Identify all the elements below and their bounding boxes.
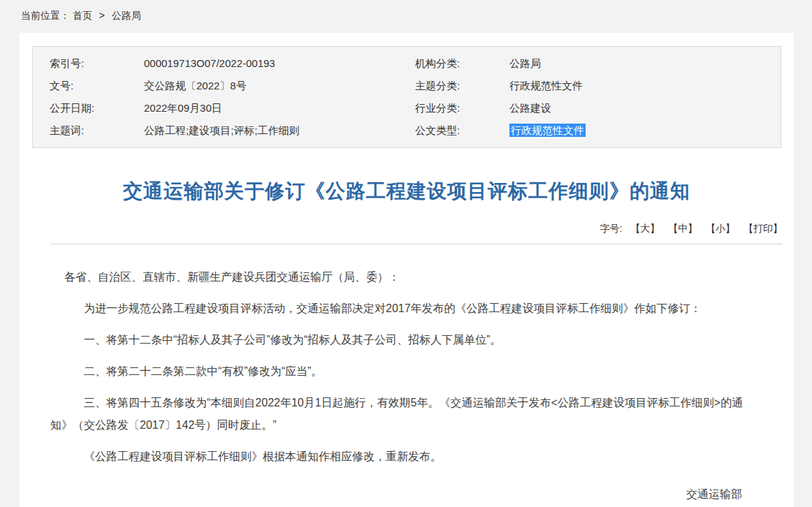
meta-row-publish-date: 公开日期: 2022年09月30日 行业分类: 公路建设 (50, 97, 781, 119)
signature-issuer: 交通运输部 (50, 483, 742, 506)
signature-block: 交通运输部 2022年9月30日 (50, 483, 763, 507)
meta-label-keywords: 主题词: (50, 119, 144, 142)
meta-row-index: 索引号: 000019713O07/2022-00193 机构分类: 公路局 (50, 52, 781, 75)
meta-value-doc-number: 交公路规〔2022〕8号 (144, 75, 415, 97)
meta-row-doc-number: 文号: 交公路规〔2022〕8号 主题分类: 行政规范性文件 (50, 75, 781, 97)
article-body: 各省、自治区、直辖市、新疆生产建设兵团交通运输厅（局、委）： 为进一步规范公路工… (20, 244, 794, 507)
document-meta-table: 索引号: 000019713O07/2022-00193 机构分类: 公路局 文… (32, 46, 781, 148)
content-card: 索引号: 000019713O07/2022-00193 机构分类: 公路局 文… (20, 33, 794, 507)
breadcrumb-home-link[interactable]: 首页 (73, 10, 92, 21)
meta-value-topic-category: 行政规范性文件 (509, 75, 781, 97)
paragraph-closing: 《公路工程建设项目评标工作细则》根据本通知作相应修改，重新发布。 (50, 446, 763, 468)
fontsize-label: 字号: (600, 223, 623, 234)
meta-label-org-category: 机构分类: (415, 52, 509, 75)
fontsize-large-button[interactable]: 【大】 (630, 223, 660, 234)
breadcrumb-label: 当前位置： (21, 10, 70, 21)
meta-value-index-number: 000019713O07/2022-00193 (144, 52, 415, 75)
meta-row-keywords: 主题词: 公路工程;建设项目;评标;工作细则 公文类型: 行政规范性文件 (50, 119, 781, 142)
meta-label-doc-type: 公文类型: (415, 119, 509, 142)
page-title: 交通运输部关于修订《公路工程建设项目评标工作细则》的通知 (20, 178, 794, 205)
fontsize-medium-button[interactable]: 【中】 (668, 223, 697, 234)
paragraph-salutation: 各省、自治区、直辖市、新疆生产建设兵团交通运输厅（局、委）： (50, 266, 763, 288)
meta-value-keywords: 公路工程;建设项目;评标;工作细则 (144, 119, 415, 142)
paragraph-intro: 为进一步规范公路工程建设项目评标活动，交通运输部决定对2017年发布的《公路工程… (50, 297, 763, 320)
fontsize-small-button[interactable]: 【小】 (706, 223, 735, 234)
fontsize-toolbar: 字号: 【大】 【中】 【小】 【打印】 (51, 223, 783, 244)
breadcrumb-current-link[interactable]: 公路局 (112, 10, 141, 21)
meta-value-industry-category: 公路建设 (509, 97, 781, 119)
meta-label-publish-date: 公开日期: (50, 97, 144, 119)
breadcrumb: 当前位置： 首页 > 公路局 (0, 0, 812, 33)
meta-label-topic-category: 主题分类: (415, 75, 509, 97)
paragraph-item-1: 一、将第十二条中“招标人及其子公司”修改为“招标人及其子公司、招标人下属单位”。 (50, 329, 763, 351)
meta-value-doc-type-highlighted: 行政规范性文件 (509, 119, 781, 142)
print-button[interactable]: 【打印】 (744, 223, 783, 234)
paragraph-item-3: 三、将第四十五条修改为“本细则自2022年10月1日起施行，有效期5年。《交通运… (50, 392, 763, 436)
meta-label-industry-category: 行业分类: (415, 97, 509, 119)
meta-label-index-number: 索引号: (50, 52, 144, 75)
meta-value-org-category: 公路局 (509, 52, 781, 75)
meta-label-doc-number: 文号: (50, 75, 144, 97)
breadcrumb-separator-icon: > (99, 10, 105, 21)
paragraph-item-2: 二、将第二十二条第二款中“有权”修改为“应当”。 (50, 360, 763, 383)
meta-value-publish-date: 2022年09月30日 (144, 97, 415, 119)
